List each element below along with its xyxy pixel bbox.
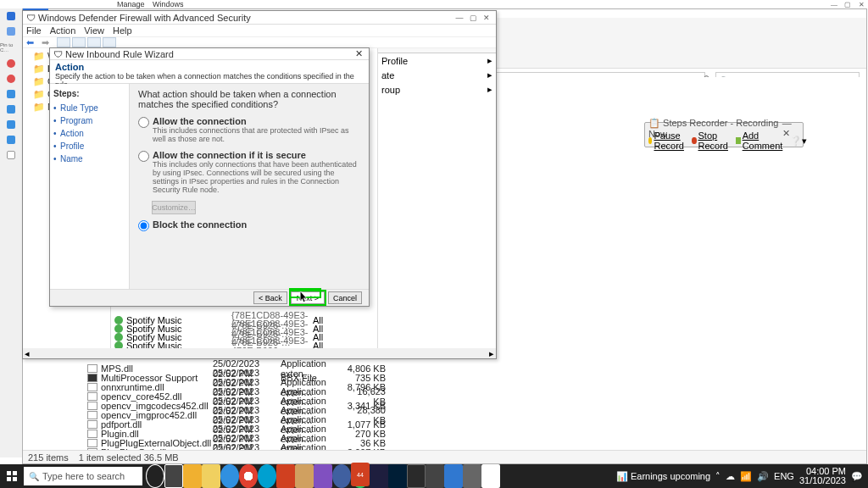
- pause-record-button[interactable]: Pause Record: [648, 130, 687, 151]
- toolbar-btn[interactable]: [72, 37, 86, 47]
- tray-wifi-icon[interactable]: 📶: [740, 471, 752, 482]
- fw-menu-item[interactable]: Help: [113, 25, 132, 36]
- toolbar-btn[interactable]: [57, 37, 70, 47]
- opt-secure-label: Allow the connection if it is secure: [153, 150, 360, 160]
- maximize-icon[interactable]: ▢: [841, 0, 854, 8]
- start-button[interactable]: [0, 464, 24, 488]
- taskbar-edge-icon[interactable]: [220, 464, 239, 488]
- tray-notifications-icon[interactable]: 💬: [851, 471, 863, 482]
- toolbar-btn[interactable]: [87, 37, 101, 47]
- radio-block[interactable]: [138, 220, 149, 231]
- fw-menu-item[interactable]: File: [26, 25, 42, 36]
- help-icon[interactable]: ❔▾: [790, 136, 807, 147]
- minimize-icon[interactable]: —: [827, 0, 841, 8]
- svg-rect-3: [13, 477, 17, 481]
- tray-cloud-icon[interactable]: ☁: [726, 471, 735, 482]
- fw-maximize-icon[interactable]: ▢: [467, 13, 479, 23]
- inbound-rule-wizard: 🛡 New Inbound Rule Wizard ✕ Action Speci…: [49, 47, 370, 307]
- fw-menu-item[interactable]: View: [84, 25, 104, 36]
- steps-recorder-window: 📋 Steps Recorder - Recording Now — ✕ Pau…: [644, 122, 804, 147]
- taskbar-ps-icon[interactable]: [388, 464, 407, 488]
- taskbar-app2-icon[interactable]: [314, 464, 332, 488]
- wizard-step[interactable]: Program: [53, 114, 125, 127]
- tray-clock[interactable]: 04:00 PM 31/10/2023: [799, 467, 846, 485]
- file-list: MPS.dll25/02/2023 02:52 PMApplication ex…: [87, 363, 486, 457]
- action-group[interactable]: roup▸: [378, 82, 496, 97]
- taskbar-app-icon[interactable]: [183, 464, 202, 488]
- firewall-menu: FileActionViewHelp: [23, 25, 496, 36]
- taskbar-whatsapp-icon[interactable]: 44: [351, 464, 370, 488]
- tray-lang[interactable]: ENG: [774, 471, 794, 481]
- add-comment-button[interactable]: Add Comment: [736, 130, 785, 151]
- taskbar-mail-icon[interactable]: [444, 464, 463, 488]
- opt-allow-label: Allow the connection: [153, 116, 360, 126]
- taskbar-news-icon[interactable]: [276, 464, 295, 488]
- status-bar: 215 items 1 item selected 36.5 MB: [23, 450, 866, 463]
- wizard-step[interactable]: Name: [53, 152, 125, 165]
- radio-allow[interactable]: [138, 117, 149, 128]
- opt-secure-desc: This includes only connections that have…: [153, 160, 360, 194]
- opt-allow-desc: This includes connections that are prote…: [153, 126, 360, 143]
- forward-icon: ➡: [42, 37, 55, 47]
- svg-rect-2: [7, 477, 11, 481]
- taskbar-chrome-icon[interactable]: [239, 464, 258, 488]
- wizard-title: New Inbound Rule Wizard: [65, 49, 174, 59]
- earnings-widget[interactable]: 📊 Earnings upcoming: [616, 471, 710, 482]
- taskbar-explorer-icon[interactable]: [202, 464, 220, 488]
- svg-rect-0: [7, 471, 11, 475]
- action-profile[interactable]: Profile▸: [378, 53, 496, 68]
- tray-volume-icon[interactable]: 🔊: [757, 471, 769, 482]
- taskbar-screen-icon[interactable]: [407, 464, 426, 488]
- tray-chevron-icon[interactable]: ˄: [715, 471, 721, 482]
- cancel-button[interactable]: Cancel: [328, 291, 362, 304]
- file-row[interactable]: MPS.dll25/02/2023 02:52 PMApplication ex…: [87, 363, 486, 373]
- svg-rect-1: [13, 471, 17, 475]
- firewall-toolbar: ⬅ ➡: [23, 36, 496, 48]
- taskbar-shield-icon[interactable]: [481, 464, 500, 488]
- fw-close-icon[interactable]: ✕: [481, 13, 492, 23]
- radio-allow-secure[interactable]: [138, 151, 149, 162]
- toolbar-btn[interactable]: [103, 37, 116, 47]
- wizard-heading: Action: [55, 62, 364, 72]
- firewall-title: Windows Defender Firewall with Advanced …: [38, 13, 251, 23]
- taskbar-app3-icon[interactable]: [332, 464, 351, 488]
- desktop-left-strip: Pin to C…: [0, 8, 22, 458]
- action-state[interactable]: ate▸: [378, 68, 496, 82]
- opt-block-label: Block the connection: [153, 219, 247, 230]
- customize-button: Customize…: [152, 201, 196, 214]
- wizard-step[interactable]: Profile: [53, 140, 125, 152]
- taskbar-cortana-icon[interactable]: [146, 464, 164, 488]
- taskbar-app4-icon[interactable]: [463, 464, 481, 488]
- wizard-question: What action should be taken when a conne…: [138, 89, 360, 109]
- taskbar: 🔍 Type here to search 44 📊 Earnings upco…: [0, 464, 868, 488]
- wizard-close-icon[interactable]: ✕: [352, 48, 365, 59]
- fw-menu-item[interactable]: Action: [50, 25, 76, 36]
- taskbar-search[interactable]: 🔍 Type here to search: [24, 467, 142, 485]
- steps-label: Steps:: [53, 89, 125, 98]
- mouse-cursor-icon: [300, 291, 309, 303]
- close-icon[interactable]: ✕: [854, 0, 868, 8]
- wizard-step[interactable]: Rule Type: [53, 102, 125, 114]
- ribbon-tab-windows[interactable]: Windows: [144, 0, 192, 8]
- scrollbar[interactable]: ◂▸: [23, 348, 496, 358]
- taskbar-afterfx-icon[interactable]: [370, 464, 388, 488]
- back-icon[interactable]: ⬅: [26, 37, 40, 47]
- taskbar-settings-icon[interactable]: [426, 464, 444, 488]
- fw-minimize-icon[interactable]: —: [453, 13, 465, 23]
- wizard-step[interactable]: Action: [53, 127, 125, 140]
- taskbar-docs-icon[interactable]: [295, 464, 314, 488]
- taskbar-taskview-icon[interactable]: [164, 464, 183, 488]
- stop-record-button[interactable]: Stop Record: [692, 130, 730, 151]
- firewall-actions-panel: Profile▸ ate▸ roup▸: [377, 48, 496, 358]
- taskbar-media-icon[interactable]: [258, 464, 276, 488]
- back-button[interactable]: < Back: [253, 291, 287, 304]
